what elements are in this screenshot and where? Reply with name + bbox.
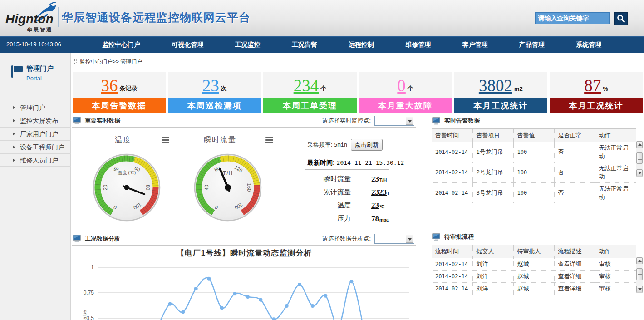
- approval-panel-header: 待审批流程: [432, 230, 643, 244]
- reading-value[interactable]: 23: [371, 201, 379, 210]
- stat-label-bar[interactable]: 本月重大故障: [359, 98, 452, 113]
- stat-label-bar[interactable]: 本月工况统计: [550, 98, 643, 113]
- top-header: Hignton 华辰智通 华辰智通设备远程监控物联网云平台: [0, 0, 644, 36]
- chevron-down-icon[interactable]: [406, 117, 413, 125]
- cell: 赵城: [513, 258, 554, 271]
- nav-item-0[interactable]: 监控中心门户: [102, 41, 140, 49]
- data-point: [259, 298, 262, 302]
- sidebar-item-0[interactable]: 管理门户: [0, 101, 71, 114]
- reading-divider: [359, 199, 359, 212]
- sidebar-item-2[interactable]: 厂家用户门户: [0, 127, 71, 140]
- approval-panel-title: 待审批流程: [444, 233, 474, 241]
- cell: 否: [554, 183, 595, 203]
- svg-text:20: 20: [103, 185, 108, 190]
- scrollbar-thumb[interactable]: [636, 268, 643, 280]
- cell: 2014-02-14: [432, 142, 472, 162]
- stat-value-link[interactable]: 234: [294, 77, 319, 94]
- search-input[interactable]: [535, 12, 610, 24]
- scroll-up-icon[interactable]: [636, 141, 643, 148]
- nav-item-3[interactable]: 工况告警: [292, 41, 317, 49]
- portal-header: 管理门户 Portal: [0, 64, 71, 91]
- analysis-panel-header: 工况数据分析 请选择数据分析点:: [72, 232, 416, 246]
- nav-item-7[interactable]: 产品管理: [519, 41, 545, 49]
- stat-value-link[interactable]: 36: [101, 77, 118, 94]
- gauge-temperature-menu-icon[interactable]: [162, 137, 169, 143]
- temperature-gauge: 0 20 40 60 80 100 温度 (℃): [93, 153, 161, 222]
- readings-list: 瞬时流量23T/H累计流量2323T温度23℃压力78mpa: [307, 172, 414, 225]
- analysis-point-select[interactable]: [374, 234, 414, 244]
- cell: 2014-02-14: [432, 162, 472, 183]
- breadcrumb-text: 监控中心门户>> 管理门户: [80, 58, 142, 66]
- breadcrumb-icon: [74, 59, 77, 64]
- stat-value-link[interactable]: 3802: [479, 77, 512, 94]
- scroll-up-icon[interactable]: [636, 257, 643, 264]
- stat-label-bar[interactable]: 本月工况统计: [454, 98, 547, 113]
- column-header: 提交人: [472, 245, 513, 258]
- portal-subtitle: Portal: [26, 75, 54, 82]
- alarm-panel-title: 实时告警数据: [444, 117, 480, 125]
- stat-label-bar[interactable]: 本周告警数据: [73, 98, 166, 113]
- nav-item-8[interactable]: 系统管理: [576, 41, 601, 49]
- action-cell[interactable]: 审核: [595, 283, 636, 295]
- action-cell[interactable]: 查看详细: [554, 283, 595, 295]
- stat-value-link[interactable]: 0: [397, 77, 406, 94]
- nav-item-2[interactable]: 工况监控: [235, 41, 261, 49]
- alarm-table: 告警时间告警项目告警值是否正常动作2014-02-141号龙门吊100否无法正常…: [432, 128, 636, 203]
- monitor-point-select[interactable]: [374, 116, 414, 126]
- scroll-down-icon[interactable]: [636, 286, 643, 292]
- nav-item-5[interactable]: 维修管理: [405, 41, 431, 49]
- sidebar-item-3[interactable]: 设备工程师门户: [0, 140, 71, 153]
- dashboard-page: Hignton 华辰智通 华辰智通设备远程监控物联网云平台 2015-10-19…: [0, 0, 644, 320]
- sidebar-item-label: 管理门户: [20, 104, 45, 111]
- stat-value-area: 87%: [550, 72, 643, 98]
- nav-item-4[interactable]: 远程控制: [349, 41, 374, 49]
- sidebar-menu: 管理门户监控大屏发布厂家用户门户设备工程师门户维修人员门户: [0, 101, 71, 167]
- triangle-bullet-icon: [13, 158, 15, 162]
- svg-text:0.75: 0.75: [84, 290, 94, 296]
- gauge-flow-menu-icon[interactable]: [265, 137, 273, 143]
- cell: 100: [513, 162, 554, 183]
- action-cell[interactable]: 审核: [595, 258, 636, 271]
- analysis-panel-title: 工况数据分析: [85, 235, 120, 243]
- reading-value[interactable]: 78: [371, 214, 379, 223]
- stat-value-link[interactable]: 23: [202, 77, 219, 94]
- logo-text: Hignton: [5, 12, 54, 26]
- refresh-button[interactable]: 点击刷新: [351, 139, 383, 151]
- triangle-bullet-icon: [13, 119, 15, 123]
- nav-item-1[interactable]: 可视化管理: [172, 41, 203, 49]
- alarm-table-scrollbar[interactable]: [636, 141, 643, 177]
- portal-title: 管理门户: [26, 64, 54, 73]
- search-button[interactable]: [614, 12, 628, 25]
- cell: 100: [513, 142, 554, 162]
- main-navbar: 2015-10-19 10:43:06 监控中心门户可视化管理工况监控工况告警远…: [0, 36, 644, 53]
- column-header: 流程描述: [554, 245, 595, 258]
- reading-name: 累计流量: [307, 188, 351, 197]
- approval-table-scrollbar[interactable]: [636, 257, 643, 293]
- reading-value[interactable]: 23: [371, 175, 379, 184]
- stat-card-2: 234个本周工单受理: [263, 72, 356, 113]
- action-cell[interactable]: 查看详细: [554, 258, 595, 271]
- reading-unit: T: [387, 191, 390, 196]
- table-row-2: 2014-02-143号龙门吊100否无法正常启动: [432, 183, 636, 203]
- logo: Hignton 华辰智通: [5, 2, 60, 34]
- sidebar-item-4[interactable]: 维修人员门户: [0, 153, 71, 167]
- action-cell[interactable]: 审核: [595, 271, 636, 283]
- stat-value-area: 36条记录: [73, 72, 166, 98]
- reading-unit: T/H: [379, 178, 387, 183]
- nav-item-6[interactable]: 客户管理: [462, 41, 488, 49]
- table-row-0: 2014-02-141号龙门吊100否无法正常启动: [432, 142, 636, 162]
- action-cell[interactable]: 查看详细: [554, 271, 595, 283]
- cell: 无法正常启动: [595, 162, 636, 183]
- sidebar-item-1[interactable]: 监控大屏发布: [0, 114, 71, 127]
- reading-name: 瞬时流量: [307, 175, 351, 183]
- stat-label-bar[interactable]: 本周巡检漏项: [168, 98, 261, 113]
- reading-value[interactable]: 2323: [371, 188, 387, 197]
- stat-label-bar[interactable]: 本周工单受理: [263, 98, 356, 113]
- chevron-down-icon[interactable]: [406, 235, 413, 243]
- monitor-icon: [72, 234, 81, 243]
- reading-divider: [359, 172, 359, 186]
- cell: 2014-02-14: [432, 183, 472, 203]
- scroll-down-icon[interactable]: [636, 169, 643, 176]
- scrollbar-thumb[interactable]: [636, 152, 643, 164]
- stat-value-link[interactable]: 87: [584, 77, 601, 94]
